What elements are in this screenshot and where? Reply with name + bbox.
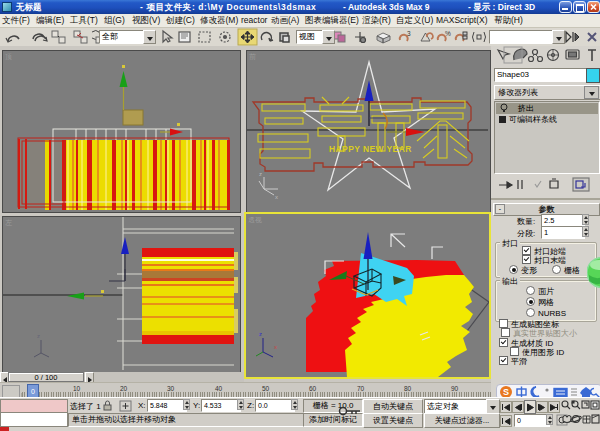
svg-text:x: x [275, 194, 278, 200]
svg-text:50: 50 [262, 385, 270, 392]
svg-text:HAPPY NEW YEAR: HAPPY NEW YEAR [329, 144, 412, 154]
svg-text:80: 80 [404, 385, 412, 392]
svg-text:%: % [445, 30, 451, 37]
svg-text:30: 30 [167, 385, 175, 392]
svg-text:z: z [259, 171, 262, 177]
svg-text:z: z [37, 333, 40, 339]
svg-text:S: S [503, 387, 509, 397]
svg-text:3: 3 [407, 30, 411, 37]
svg-text:40: 40 [215, 385, 223, 392]
svg-text:70: 70 [357, 385, 365, 392]
svg-text:x: x [274, 344, 277, 350]
svg-text:60: 60 [309, 385, 317, 392]
svg-text:z: z [259, 331, 262, 337]
svg-text:90: 90 [451, 385, 459, 392]
svg-text:20: 20 [120, 385, 128, 392]
svg-text:10: 10 [73, 385, 81, 392]
